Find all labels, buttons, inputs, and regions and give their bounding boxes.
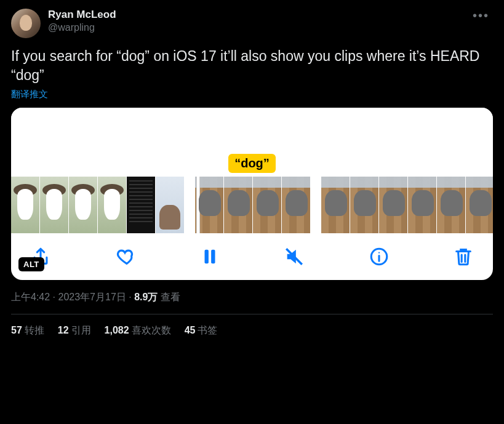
quotes-label: 引用: [71, 325, 91, 335]
quotes-stat[interactable]: 12引用: [58, 324, 91, 337]
clip-thumbnail[interactable]: [127, 177, 155, 233]
video-scrubber[interactable]: [11, 177, 493, 233]
clip-thumbnail[interactable]: [69, 177, 97, 233]
author-name[interactable]: Ryan McLeod: [48, 9, 462, 21]
caption-tag: “dog”: [228, 154, 276, 173]
retweets-label: 转推: [25, 325, 44, 335]
meta-sep: ·: [50, 292, 58, 302]
clip-thumbnail[interactable]: [379, 177, 407, 233]
author-block: Ryan McLeod @warpling: [48, 9, 462, 33]
bookmarks-label: 书签: [198, 325, 217, 335]
clip-thumbnail[interactable]: [98, 177, 126, 233]
tweet-container: Ryan McLeod @warpling ••• If you search …: [0, 0, 504, 337]
more-icon[interactable]: •••: [469, 9, 493, 23]
media-header: “dog”: [11, 108, 493, 177]
heart-icon[interactable]: [113, 244, 137, 269]
mute-icon[interactable]: [282, 244, 306, 269]
retweets-count: 57: [11, 325, 22, 335]
avatar[interactable]: [11, 9, 41, 38]
clip-thumbnail[interactable]: [437, 177, 465, 233]
likes-label: 喜欢次数: [132, 325, 171, 335]
svg-point-5: [378, 252, 379, 254]
bookmarks-count: 45: [185, 325, 196, 335]
pause-icon[interactable]: [198, 244, 222, 269]
alt-badge[interactable]: ALT: [18, 257, 44, 271]
clip-thumbnail[interactable]: [350, 177, 378, 233]
retweets-stat[interactable]: 57转推: [11, 324, 44, 337]
bookmarks-stat[interactable]: 45书签: [185, 324, 218, 337]
tweet-text: If you search for “dog” on iOS 17 it’ll …: [11, 47, 493, 85]
quotes-count: 12: [58, 325, 69, 335]
views-count[interactable]: 8.9万: [134, 292, 158, 302]
trash-icon[interactable]: [451, 244, 476, 269]
likes-count: 1,082: [105, 325, 129, 335]
tweet-stats: 57转推 12引用 1,082喜欢次数 45书签: [11, 314, 493, 337]
clip-thumbnail[interactable]: [253, 177, 281, 233]
tweet-meta: 上午4:42 · 2023年7月17日 · 8.9万 查看: [11, 291, 493, 314]
clip-group-3[interactable]: [321, 177, 493, 233]
clip-thumbnail[interactable]: [408, 177, 436, 233]
views-label: 查看: [158, 292, 180, 302]
clip-thumbnail[interactable]: [40, 177, 68, 233]
tweet-date[interactable]: 2023年7月17日: [58, 292, 126, 302]
tweet-time[interactable]: 上午4:42: [11, 292, 50, 302]
clip-thumbnail[interactable]: [321, 177, 350, 233]
clip-thumbnail[interactable]: [224, 177, 252, 233]
likes-stat[interactable]: 1,082喜欢次数: [105, 324, 171, 337]
meta-sep: ·: [126, 292, 134, 302]
info-icon[interactable]: [367, 244, 391, 269]
clip-group-2[interactable]: [195, 177, 310, 233]
media-toolbar: [11, 233, 493, 274]
tweet-header: Ryan McLeod @warpling •••: [11, 9, 493, 38]
media-card: “dog”: [11, 108, 493, 280]
clip-thumbnail[interactable]: [466, 177, 493, 233]
svg-rect-0: [204, 250, 208, 264]
clip-group-1[interactable]: [11, 177, 184, 233]
clip-thumbnail[interactable]: [282, 177, 310, 233]
svg-rect-1: [211, 250, 215, 264]
clip-thumbnail[interactable]: [195, 177, 223, 233]
translate-link[interactable]: 翻译推文: [11, 89, 493, 100]
author-handle[interactable]: @warpling: [48, 22, 462, 33]
clip-thumbnail[interactable]: [156, 177, 184, 233]
playhead-icon[interactable]: [196, 177, 200, 233]
clip-thumbnail[interactable]: [11, 177, 39, 233]
